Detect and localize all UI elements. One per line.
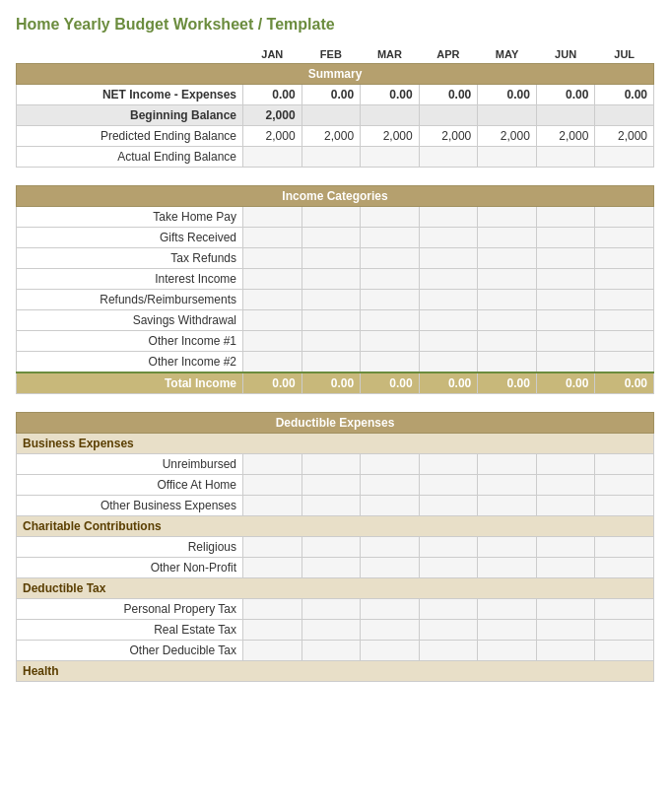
other-deducible-tax-jul[interactable] <box>595 641 654 661</box>
other-nonprofit-jun[interactable] <box>536 558 595 578</box>
predicted-jan[interactable]: 2,000 <box>243 126 302 147</box>
income-row-5-jan[interactable] <box>243 310 302 331</box>
other-deducible-tax-jun[interactable] <box>536 641 595 661</box>
office-at-home-apr[interactable] <box>419 475 478 496</box>
personal-property-tax-mar[interactable] <box>361 599 420 620</box>
religious-jul[interactable] <box>595 537 654 558</box>
office-at-home-jan[interactable] <box>243 475 302 496</box>
personal-property-tax-apr[interactable] <box>419 599 478 620</box>
other-business-mar[interactable] <box>361 496 420 516</box>
income-row-7-jan[interactable] <box>243 352 302 373</box>
income-row-6-jan[interactable] <box>243 331 302 352</box>
actual-apr[interactable] <box>419 147 478 168</box>
beginning-balance-may[interactable] <box>478 105 537 126</box>
income-row-4-jul[interactable] <box>595 290 654 310</box>
income-row-1-apr[interactable] <box>419 228 478 248</box>
income-row-0-may[interactable] <box>478 207 537 228</box>
income-row-2-apr[interactable] <box>419 248 478 269</box>
personal-property-tax-jun[interactable] <box>536 599 595 620</box>
other-nonprofit-jan[interactable] <box>243 558 302 578</box>
actual-mar[interactable] <box>361 147 420 168</box>
predicted-jul[interactable]: 2,000 <box>595 126 654 147</box>
other-deducible-tax-may[interactable] <box>478 641 537 661</box>
income-row-0-mar[interactable] <box>361 207 420 228</box>
income-row-1-may[interactable] <box>478 228 537 248</box>
religious-jun[interactable] <box>536 537 595 558</box>
income-row-7-mar[interactable] <box>361 352 420 373</box>
income-row-6-apr[interactable] <box>419 331 478 352</box>
office-at-home-feb[interactable] <box>302 475 361 496</box>
net-income-jul[interactable]: 0.00 <box>595 85 654 105</box>
real-estate-tax-jan[interactable] <box>243 620 302 641</box>
income-row-0-jun[interactable] <box>536 207 595 228</box>
other-nonprofit-apr[interactable] <box>419 558 478 578</box>
religious-feb[interactable] <box>302 537 361 558</box>
income-row-3-jul[interactable] <box>595 269 654 290</box>
actual-jan[interactable] <box>243 147 302 168</box>
other-nonprofit-feb[interactable] <box>302 558 361 578</box>
real-estate-tax-jun[interactable] <box>536 620 595 641</box>
unreimbursed-feb[interactable] <box>302 454 361 475</box>
income-row-0-apr[interactable] <box>419 207 478 228</box>
income-row-4-mar[interactable] <box>361 290 420 310</box>
unreimbursed-jun[interactable] <box>536 454 595 475</box>
actual-feb[interactable] <box>302 147 361 168</box>
real-estate-tax-mar[interactable] <box>361 620 420 641</box>
income-row-1-jun[interactable] <box>536 228 595 248</box>
unreimbursed-mar[interactable] <box>361 454 420 475</box>
income-row-5-mar[interactable] <box>361 310 420 331</box>
predicted-apr[interactable]: 2,000 <box>419 126 478 147</box>
net-income-may[interactable]: 0.00 <box>478 85 537 105</box>
other-business-feb[interactable] <box>302 496 361 516</box>
income-row-3-may[interactable] <box>478 269 537 290</box>
income-row-0-feb[interactable] <box>302 207 361 228</box>
other-business-may[interactable] <box>478 496 537 516</box>
income-row-3-apr[interactable] <box>419 269 478 290</box>
office-at-home-mar[interactable] <box>361 475 420 496</box>
actual-jul[interactable] <box>595 147 654 168</box>
income-row-6-jul[interactable] <box>595 331 654 352</box>
income-row-6-mar[interactable] <box>361 331 420 352</box>
net-income-jun[interactable]: 0.00 <box>536 85 595 105</box>
real-estate-tax-jul[interactable] <box>595 620 654 641</box>
income-row-3-jun[interactable] <box>536 269 595 290</box>
income-row-4-jan[interactable] <box>243 290 302 310</box>
other-business-jul[interactable] <box>595 496 654 516</box>
income-row-0-jan[interactable] <box>243 207 302 228</box>
personal-property-tax-jan[interactable] <box>243 599 302 620</box>
predicted-feb[interactable]: 2,000 <box>302 126 361 147</box>
income-row-7-apr[interactable] <box>419 352 478 373</box>
beginning-balance-apr[interactable] <box>419 105 478 126</box>
income-row-5-jul[interactable] <box>595 310 654 331</box>
religious-apr[interactable] <box>419 537 478 558</box>
office-at-home-jun[interactable] <box>536 475 595 496</box>
beginning-balance-feb[interactable] <box>302 105 361 126</box>
income-row-2-jun[interactable] <box>536 248 595 269</box>
net-income-jan[interactable]: 0.00 <box>243 85 302 105</box>
income-row-5-may[interactable] <box>478 310 537 331</box>
religious-jan[interactable] <box>243 537 302 558</box>
income-row-5-jun[interactable] <box>536 310 595 331</box>
net-income-apr[interactable]: 0.00 <box>419 85 478 105</box>
income-row-3-mar[interactable] <box>361 269 420 290</box>
income-row-4-apr[interactable] <box>419 290 478 310</box>
other-business-jan[interactable] <box>243 496 302 516</box>
unreimbursed-may[interactable] <box>478 454 537 475</box>
real-estate-tax-apr[interactable] <box>419 620 478 641</box>
other-business-apr[interactable] <box>419 496 478 516</box>
personal-property-tax-feb[interactable] <box>302 599 361 620</box>
predicted-jun[interactable]: 2,000 <box>536 126 595 147</box>
income-row-7-feb[interactable] <box>302 352 361 373</box>
office-at-home-may[interactable] <box>478 475 537 496</box>
income-row-2-mar[interactable] <box>361 248 420 269</box>
income-row-4-jun[interactable] <box>536 290 595 310</box>
actual-may[interactable] <box>478 147 537 168</box>
income-row-7-jun[interactable] <box>536 352 595 373</box>
other-deducible-tax-apr[interactable] <box>419 641 478 661</box>
actual-jun[interactable] <box>536 147 595 168</box>
income-row-2-feb[interactable] <box>302 248 361 269</box>
income-row-6-may[interactable] <box>478 331 537 352</box>
income-row-6-jun[interactable] <box>536 331 595 352</box>
income-row-2-jul[interactable] <box>595 248 654 269</box>
unreimbursed-apr[interactable] <box>419 454 478 475</box>
